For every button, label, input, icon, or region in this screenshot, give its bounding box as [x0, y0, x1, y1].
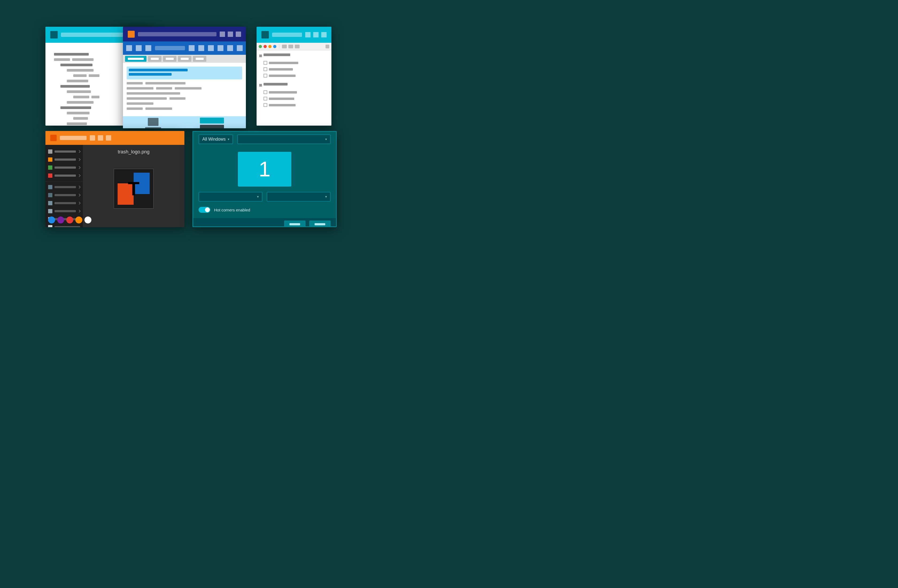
- browser-content-row: [127, 97, 242, 100]
- win2-toolbar: [123, 42, 246, 55]
- indent: [259, 62, 262, 64]
- toolbar-icon-6[interactable]: [208, 45, 214, 51]
- win5-dropdown-2[interactable]: ▾: [237, 134, 331, 144]
- checklist-item[interactable]: [259, 74, 329, 77]
- sidebar-long-item-4[interactable]: [45, 207, 83, 215]
- toolbar-icon-4[interactable]: [189, 45, 195, 51]
- toolbar-more-btn[interactable]: [326, 45, 329, 48]
- win4-close-button[interactable]: [106, 135, 111, 141]
- toolbar-icon-3[interactable]: [145, 45, 151, 51]
- toggle-knob: [205, 208, 210, 212]
- checkbox[interactable]: [263, 67, 267, 71]
- sidebar-arrow-2: [77, 158, 80, 161]
- win5-dd-4[interactable]: ▾: [267, 192, 331, 202]
- sidebar-item-1[interactable]: [45, 148, 83, 155]
- browser-tab-2[interactable]: [148, 56, 161, 62]
- sidebar-arrow-4: [77, 174, 80, 177]
- checklist-item[interactable]: [259, 67, 329, 71]
- palette-blue[interactable]: [48, 217, 55, 223]
- win4-maximize-button[interactable]: [98, 135, 103, 141]
- checklist-item[interactable]: [259, 103, 329, 107]
- color-swatch-4: [48, 174, 52, 178]
- win2-minimize-button[interactable]: [220, 32, 225, 37]
- checkbox[interactable]: [263, 97, 267, 100]
- win2-app-icon: [128, 31, 135, 38]
- trash-logo-image: T: [118, 172, 150, 205]
- checklist-item[interactable]: [259, 97, 329, 100]
- win5-toggle-row: Hot corners enabled: [193, 207, 336, 213]
- browser-highlight-row: [127, 66, 242, 79]
- browser-content-row: [127, 82, 242, 85]
- toolbar-icon-2[interactable]: [136, 45, 141, 51]
- win5-dd-3[interactable]: ▾: [198, 192, 263, 202]
- win3-close-button[interactable]: [321, 32, 327, 37]
- sidebar-long-item-6[interactable]: [45, 223, 83, 227]
- tab-label-4: [181, 58, 189, 60]
- browser-content-area: [123, 63, 246, 116]
- sidebar-item-2[interactable]: [45, 155, 83, 163]
- sidebar-item-3[interactable]: [45, 163, 83, 172]
- palette-purple[interactable]: [57, 217, 64, 223]
- toolbar-icon-1[interactable]: [126, 45, 132, 51]
- win2-titlebar: [123, 27, 246, 42]
- win5-dropdown-1-chevron: ▾: [228, 137, 229, 141]
- toolbar-btn-2[interactable]: [288, 45, 293, 48]
- sidebar-long-label-1: [54, 186, 76, 188]
- win4-minimize-button[interactable]: [90, 135, 95, 141]
- win5-footer-btn-2[interactable]: [309, 220, 331, 227]
- toolbar-icon-7[interactable]: [218, 45, 223, 51]
- toolbar-btn-1[interactable]: [282, 45, 287, 48]
- logo-letter-t: T: [128, 179, 140, 198]
- win5-dropdown-1-text: All Windows: [202, 137, 226, 142]
- checkbox[interactable]: [263, 74, 267, 77]
- win5-dropdown-1[interactable]: All Windows ▾: [198, 134, 233, 144]
- content-cell: [169, 97, 186, 100]
- sidebar-long-item-1[interactable]: [45, 183, 83, 191]
- win4-titlebar: [45, 131, 185, 145]
- checkbox[interactable]: [263, 103, 267, 107]
- browser-tab-3[interactable]: [163, 56, 177, 62]
- toolbar-icon-5[interactable]: [198, 45, 204, 51]
- indent: [259, 97, 262, 100]
- checkbox[interactable]: [263, 61, 267, 65]
- sidebar-item-4[interactable]: [45, 172, 83, 180]
- browser-tab-active[interactable]: [125, 56, 146, 62]
- checklist-item[interactable]: [259, 61, 329, 65]
- content-cell: [127, 97, 167, 100]
- palette-orange[interactable]: [75, 217, 82, 223]
- win4-controls: [90, 135, 111, 141]
- win5-center-content: 1: [193, 146, 336, 192]
- section-dot-2: [259, 84, 262, 86]
- sidebar-long-item-2[interactable]: [45, 191, 83, 199]
- sidebar-long-item-3[interactable]: [45, 199, 83, 207]
- toolbar-btn-3[interactable]: [295, 45, 300, 48]
- sidebar-item-label-1: [54, 151, 76, 152]
- content-cell: [127, 108, 143, 110]
- checkbox[interactable]: [263, 90, 267, 94]
- win3-minimize-button[interactable]: [305, 32, 311, 37]
- palette-red[interactable]: [66, 217, 73, 223]
- win2-maximize-button[interactable]: [228, 32, 233, 37]
- sidebar-long-label-2: [54, 194, 76, 196]
- tab-label-5: [195, 58, 204, 60]
- checklist-item[interactable]: [259, 90, 329, 94]
- color-swatch-7: [48, 201, 52, 205]
- win3-controls: [305, 32, 327, 37]
- browser-tab-5[interactable]: [193, 56, 206, 62]
- address-bar[interactable]: [155, 46, 185, 50]
- hot-corners-toggle[interactable]: [198, 207, 210, 213]
- check-text: [269, 62, 298, 64]
- sidebar-arrow-6: [77, 194, 80, 197]
- browser-bottom-bar: [123, 116, 246, 128]
- traffic-blue: [273, 45, 276, 48]
- toolbar-icon-9[interactable]: [237, 45, 243, 51]
- win3-maximize-button[interactable]: [313, 32, 318, 37]
- win2-close-button[interactable]: [236, 32, 241, 37]
- content-cell: [127, 87, 154, 89]
- win5-footer-btn-1[interactable]: [284, 220, 306, 227]
- browser-tab-4[interactable]: [178, 56, 191, 62]
- bottom-icon-1: [148, 118, 158, 126]
- bottom-item-2: [200, 118, 224, 129]
- win5-footer: [193, 218, 336, 227]
- toolbar-icon-8[interactable]: [227, 45, 233, 51]
